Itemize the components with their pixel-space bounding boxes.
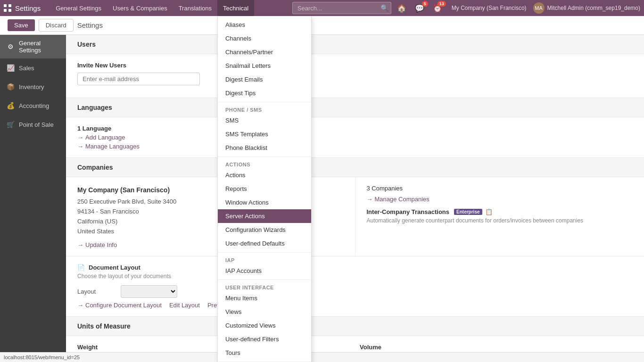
sidebar-item-pos[interactable]: 🛒 Point of Sale	[0, 115, 66, 134]
document-layout-section: 📄 Document Layout Choose the layout of y…	[66, 256, 644, 317]
accounting-icon: 💰	[6, 101, 15, 110]
sidebar-item-label-inventory: Inventory	[19, 83, 44, 90]
companies-section-header: Companies	[66, 158, 644, 177]
edit-layout-link[interactable]: Edit Layout	[169, 302, 200, 309]
units-section-header: Units of Measure	[66, 317, 644, 336]
dropdown-item-channels[interactable]: Channels	[218, 32, 311, 45]
dropdown-item-digest-tips[interactable]: Digest Tips	[218, 86, 311, 100]
invite-users-group: Invite New Users	[77, 62, 200, 89]
messages-icon[interactable]: 💬 5	[412, 2, 427, 15]
dropdown-item-iap-accounts[interactable]: IAP Accounts	[218, 264, 311, 278]
navbar-username: Mitchell Admin (comm_sep19_demo)	[547, 5, 640, 11]
dropdown-section-phone-sms: Phone / SMS	[218, 104, 311, 114]
configure-layout-link[interactable]: → Configure Document Layout	[77, 302, 162, 309]
dropdown-item-phone-blacklist[interactable]: Phone Blacklist	[218, 141, 311, 155]
document-layout-desc: Choose the layout of your documents	[77, 273, 633, 280]
users-section: Users Invite New Users 👥 2 Active Users …	[66, 35, 644, 98]
dropdown-item-window-actions[interactable]: Window Actions	[218, 196, 311, 209]
language-links: → Add Language → Manage Languages	[77, 134, 633, 150]
sidebar-item-label-sales: Sales	[19, 65, 34, 72]
languages-section: Languages 1 Language → Add Language → Ma…	[66, 98, 644, 158]
inter-company-title: Inter-Company Transactions Enterprise 📋	[367, 208, 633, 215]
discard-button[interactable]: Discard	[39, 19, 74, 32]
sales-icon: 📈	[6, 63, 15, 73]
company-info-col: My Company (San Francisco) 250 Executive…	[66, 177, 355, 256]
invite-email-input[interactable]	[77, 73, 200, 85]
dropdown-item-config-wizards[interactable]: Configuration Wizards	[218, 223, 311, 237]
navbar-menu-translations[interactable]: Translations	[173, 0, 217, 16]
arrow-right-icon-update: →	[77, 241, 83, 248]
dropdown-item-sms[interactable]: SMS	[218, 114, 311, 127]
inter-company-icon: 📋	[485, 208, 493, 215]
manage-languages-link[interactable]: → Manage Languages	[77, 143, 633, 150]
navbar-brand: Settings	[15, 4, 41, 12]
arrow-right-icon-add: →	[77, 134, 83, 141]
svg-rect-3	[8, 9, 11, 12]
pos-icon: 🛒	[6, 120, 15, 129]
inter-company-section: Inter-Company Transactions Enterprise 📋 …	[367, 203, 633, 224]
app-layout: ⚙ General Settings 📈 Sales 📦 Inventory 💰…	[0, 35, 644, 362]
dropdown-divider-2	[218, 156, 311, 157]
svg-rect-0	[4, 4, 7, 7]
dropdown-item-sms-templates[interactable]: SMS Templates	[218, 127, 311, 141]
users-section-header: Users	[66, 35, 644, 54]
dropdown-item-customized-views[interactable]: Customized Views	[218, 319, 311, 332]
invite-form	[77, 73, 200, 85]
volume-label: Volume	[360, 344, 633, 351]
svg-rect-2	[4, 9, 7, 12]
dropdown-item-aliases[interactable]: Aliases	[218, 18, 311, 32]
sidebar-item-accounting[interactable]: 💰 Accounting	[0, 96, 66, 115]
dropdown-item-server-actions[interactable]: Server Actions	[218, 209, 311, 223]
invite-users-label: Invite New Users	[77, 62, 200, 69]
dropdown-item-channels-partner[interactable]: Channels/Partner	[218, 45, 311, 59]
sidebar-item-general-settings[interactable]: ⚙ General Settings	[0, 35, 66, 58]
companies-right-col: 3 Companies → Manage Companies Inter-Com…	[355, 177, 644, 256]
inter-company-desc: Automatically generate counterpart docum…	[367, 217, 633, 224]
activities-icon[interactable]: ⏰ 13	[430, 2, 445, 15]
avatar: MA	[533, 2, 545, 14]
inventory-icon: 📦	[6, 82, 15, 91]
dropdown-item-snailmail[interactable]: Snailmail Letters	[218, 59, 311, 73]
activities-badge: 13	[438, 1, 446, 7]
dropdown-item-views[interactable]: Views	[218, 305, 311, 319]
dropdown-item-menu-items[interactable]: Menu Items	[218, 291, 311, 305]
document-layout-header-row: 📄 Document Layout	[77, 264, 633, 271]
save-button[interactable]: Save	[8, 19, 35, 31]
navbar-menu-users-companies[interactable]: Users & Companies	[107, 0, 173, 16]
navbar-menu-general-settings[interactable]: General Settings	[50, 0, 107, 16]
add-language-link[interactable]: → Add Language	[77, 134, 633, 141]
dropdown-section-actions: Actions	[218, 159, 311, 168]
dropdown-item-actions[interactable]: Actions	[218, 168, 311, 182]
document-layout-title: Document Layout	[89, 264, 140, 271]
dropdown-section-iap: IAP	[218, 255, 311, 264]
navbar-right: 🔍 🏠 💬 5 ⏰ 13 My Company (San Francisco) …	[292, 2, 640, 15]
document-layout-links: → Configure Document Layout Edit Layout …	[77, 302, 633, 309]
navbar-company[interactable]: My Company (San Francisco)	[448, 5, 530, 11]
arrow-right-icon-manage: →	[77, 143, 83, 150]
arrow-configure-icon: →	[77, 302, 83, 309]
notifications-icon[interactable]: 🏠	[394, 2, 409, 15]
navbar-menu-technical[interactable]: Technical	[217, 0, 254, 16]
dropdown-item-user-defaults[interactable]: User-defined Defaults	[218, 237, 311, 250]
companies-section: Companies My Company (San Francisco) 250…	[66, 158, 644, 256]
companies-body: My Company (San Francisco) 250 Executive…	[66, 177, 644, 256]
apps-icon[interactable]	[4, 4, 11, 12]
manage-companies-link[interactable]: → Manage Companies	[367, 196, 633, 203]
dropdown-item-tours[interactable]: Tours	[218, 346, 311, 360]
dropdown-item-digest-emails[interactable]: Digest Emails	[218, 73, 311, 86]
languages-section-header: Languages	[66, 98, 644, 117]
navbar-user[interactable]: MA Mitchell Admin (comm_sep19_demo)	[533, 2, 640, 14]
layout-select[interactable]	[121, 285, 177, 298]
navbar-menu: General Settings Users & Companies Trans…	[50, 0, 292, 16]
layout-form-row: Layout	[77, 285, 633, 298]
search-submit-button[interactable]: 🔍	[380, 4, 388, 12]
dropdown-item-reports[interactable]: Reports	[218, 182, 311, 196]
search-input[interactable]	[292, 2, 391, 14]
dropdown-section-user-interface: User Interface	[218, 282, 311, 291]
sidebar-item-inventory[interactable]: 📦 Inventory	[0, 77, 66, 96]
languages-count: 1 Language	[77, 125, 633, 132]
sidebar-item-sales[interactable]: 📈 Sales	[0, 58, 66, 77]
dropdown-item-user-filters[interactable]: User-defined Filters	[218, 332, 311, 346]
url-bar: localhost:8015/web#menu_id=25	[0, 352, 644, 362]
document-icon: 📄	[77, 264, 85, 271]
